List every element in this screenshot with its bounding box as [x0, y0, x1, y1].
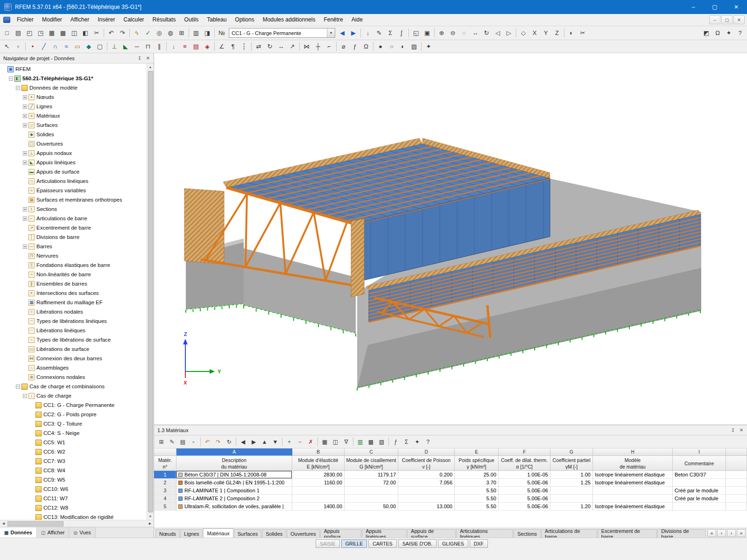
- zoom-out-button[interactable]: ⊖: [447, 28, 458, 38]
- tree-item-surfaces-et-membranes-orthotropes[interactable]: ▦Surfaces et membranes orthotropes: [1, 195, 146, 204]
- tree-expander[interactable]: +: [23, 161, 27, 165]
- column-letter-d[interactable]: D: [398, 448, 455, 456]
- navigator-tab-vues[interactable]: ◎Vues: [69, 527, 95, 538]
- cell-f-row3[interactable]: 5.00E-06: [499, 487, 550, 495]
- tree-item-cc13-modification-de-rigidite[interactable]: CC13: Modification de rigidité: [1, 512, 146, 520]
- settings-button[interactable]: ✦: [423, 41, 434, 52]
- cell-model-row5[interactable]: Isotrope linéairement élastique: [593, 503, 673, 511]
- column-letter-e[interactable]: E: [455, 448, 499, 456]
- previous-load-case-button[interactable]: ◀: [337, 28, 348, 38]
- cell-d-row1[interactable]: 0.200: [398, 471, 455, 479]
- cell-description-row2[interactable]: Bois lamellé-collé GL24h | EN 1995-1-1:2…: [176, 479, 292, 487]
- table-undo-button[interactable]: ↶: [202, 437, 213, 447]
- view-in-z-button[interactable]: Z: [551, 28, 563, 38]
- cell-comment-row3[interactable]: Créé par le module: [673, 487, 726, 495]
- column-letter-h[interactable]: H: [593, 448, 673, 456]
- show-tables-button[interactable]: ▥: [190, 28, 202, 38]
- new-arc-button[interactable]: ∩: [49, 41, 61, 52]
- visibility-mode-button[interactable]: ◐: [566, 28, 577, 38]
- tree-item-ouvertures[interactable]: ▢Ouvertures: [1, 139, 146, 148]
- tree-item-appuis-nodaux[interactable]: +⊥Appuis nodaux: [1, 148, 146, 158]
- tree-item-connexion-des-deux-barres[interactable]: ⋈Connexion des deux barres: [1, 354, 146, 363]
- table-tab-excentrement-de-barre[interactable]: Excentrement de barre: [598, 529, 657, 538]
- table-tab-ouvertures[interactable]: Ouvertures: [287, 529, 319, 538]
- copy-button[interactable]: ◧: [80, 28, 91, 38]
- row-delete-button[interactable]: −: [295, 437, 305, 447]
- menu-inserer[interactable]: Insérer: [93, 14, 119, 26]
- zoom-in-button[interactable]: ⊕: [436, 28, 447, 38]
- tree-item-types-de-liberations-lineiques[interactable]: ┄Types de libérations linéiques: [1, 316, 146, 326]
- table-tab-appuis-de-surface[interactable]: Appuis de surface: [407, 529, 456, 538]
- pan-view-button[interactable]: ↔: [470, 28, 481, 38]
- menu-fenetre[interactable]: Fenêtre: [319, 14, 347, 26]
- scroll-right-icon[interactable]: ▶: [147, 520, 154, 527]
- divide-line-button[interactable]: ┼: [312, 41, 324, 52]
- cell-c-row2[interactable]: 72.00: [345, 479, 398, 487]
- close-icon[interactable]: ✕: [144, 55, 152, 62]
- tree-item-raffinement-du-maillage-ef[interactable]: ▦Raffinement du maillage EF: [1, 298, 146, 307]
- redo-button[interactable]: ↷: [117, 28, 128, 38]
- row-insert-button[interactable]: +: [284, 437, 295, 447]
- tree-item-barres[interactable]: +─Barres: [1, 242, 146, 251]
- status-dxf-toggle[interactable]: DXF: [470, 539, 488, 548]
- load-case-combo[interactable]: CC1 - G - Charge Permanente ▾: [229, 28, 335, 38]
- table-select-button[interactable]: ▫: [188, 437, 199, 447]
- menu-tableau[interactable]: Tableau: [203, 14, 231, 26]
- tree-item-n-uds[interactable]: +•Nœuds: [1, 92, 146, 102]
- isometric-view-button[interactable]: ◇: [518, 28, 529, 38]
- model-3d-view[interactable]: ZYX: [154, 53, 747, 425]
- mirror-button[interactable]: ↔: [275, 41, 287, 52]
- cell-b-row5[interactable]: 1400.00: [292, 503, 345, 511]
- close-button[interactable]: ✕: [726, 0, 747, 14]
- tree-expander[interactable]: +: [23, 207, 27, 211]
- new-line-load-button[interactable]: ≡: [179, 41, 190, 52]
- export-excel-button[interactable]: ▥: [355, 437, 366, 447]
- scroll-down-icon[interactable]: ▼: [147, 513, 154, 520]
- cell-description-row1[interactable]: Béton C30/37 | DIN 1045-1:2008-08: [176, 471, 292, 479]
- new-free-load-button[interactable]: ◈: [202, 41, 213, 52]
- tree-item-cc3-q-toiture[interactable]: CC3: Q - Toiture: [1, 419, 146, 428]
- cell-comment-row2[interactable]: [673, 479, 726, 487]
- cell-model-row1[interactable]: Isotrope linéairement élastique: [593, 471, 673, 479]
- table-print-button[interactable]: ▩: [366, 437, 376, 447]
- zoom-window-button[interactable]: ◌: [458, 28, 470, 38]
- table-chart-button[interactable]: ▧: [376, 437, 387, 447]
- table-next-button[interactable]: ▶: [248, 437, 259, 447]
- cell-d-row3[interactable]: [398, 487, 455, 495]
- status-saisie-toggle[interactable]: SAISIE: [316, 539, 340, 548]
- next-table-tab-button[interactable]: ›: [727, 529, 736, 537]
- check-model-button[interactable]: ✓: [142, 28, 154, 38]
- cell-g-row1[interactable]: 1.00: [550, 471, 593, 479]
- menu-outils[interactable]: Outils: [180, 14, 203, 26]
- table-settings-button[interactable]: ✦: [412, 437, 423, 447]
- new-nodal-support-button[interactable]: ⊥: [109, 41, 120, 52]
- previous-view-button[interactable]: ◁: [492, 28, 503, 38]
- table-grid-button[interactable]: ▦: [319, 437, 330, 447]
- minimize-button[interactable]: –: [683, 0, 704, 14]
- project-objects-button[interactable]: ↗: [287, 41, 298, 52]
- new-solid-button[interactable]: ◆: [83, 41, 94, 52]
- tree-item-cas-de-charge[interactable]: −↓Cas de charge: [1, 391, 146, 400]
- cell-b-row2[interactable]: 1160.00: [292, 479, 345, 487]
- renumber-button[interactable]: №: [216, 28, 227, 38]
- table-help-button[interactable]: ?: [423, 437, 433, 447]
- tree-item-excentrement-de-barre[interactable]: ↗Excentrement de barre: [1, 223, 146, 232]
- table-tab-articulations-de-barre[interactable]: Articulations de barre: [541, 529, 597, 538]
- new-member-set-button[interactable]: ∥: [154, 41, 165, 52]
- display-properties-button[interactable]: ◩: [701, 28, 712, 38]
- snap-grid-button[interactable]: ⊞: [176, 28, 187, 38]
- tree-item-connexions-nodales[interactable]: ⊗Connexions nodales: [1, 372, 146, 382]
- previous-table-tab-button[interactable]: ‹: [717, 529, 726, 537]
- clipping-planes-button[interactable]: ✂: [577, 28, 588, 38]
- cell-e-row4[interactable]: 5.50: [455, 495, 499, 503]
- new-area-load-button[interactable]: ▤: [190, 41, 202, 52]
- print-button[interactable]: ▩: [57, 28, 69, 38]
- new-polyline-button[interactable]: ≈: [61, 41, 72, 52]
- cell-g-row2[interactable]: 1.25: [550, 479, 593, 487]
- cell-model-row4[interactable]: [593, 495, 673, 503]
- save-button[interactable]: ▦: [46, 28, 57, 38]
- tree-item-cc8-w4[interactable]: CC8: W4: [1, 466, 146, 475]
- tree-expander[interactable]: +: [23, 114, 27, 118]
- table-edit-mode-button[interactable]: ✎: [167, 437, 177, 447]
- column-letter-b[interactable]: B: [292, 448, 345, 456]
